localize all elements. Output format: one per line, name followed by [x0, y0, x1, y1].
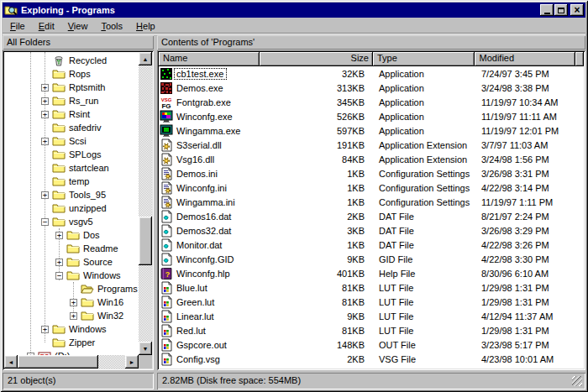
expand-plus-icon[interactable]: +	[41, 111, 49, 118]
tree-item-startclean[interactable]: startclean	[4, 161, 139, 175]
file-type: Application	[374, 126, 476, 136]
tree-horizontal-scrollbar[interactable]: ◄ ►	[4, 355, 139, 368]
tree-item-vsgv5[interactable]: −vsgv5	[4, 215, 139, 228]
close-button[interactable]: ×	[570, 4, 584, 16]
tree-item-label: Scsi	[69, 136, 87, 146]
tree-item-windows[interactable]: −Windows	[4, 269, 139, 282]
maximize-button[interactable]	[554, 4, 568, 16]
file-row-fontgrab-exe[interactable]: VSGFGFontgrab.exe345KBApplication11/19/9…	[159, 95, 584, 109]
tree-item-scsi[interactable]: +Scsi	[4, 134, 139, 148]
tree-item-windows[interactable]: +Windows	[4, 322, 139, 336]
file-row-s3serial-dll[interactable]: S3serial.dll191KBApplication Extension3/…	[159, 138, 584, 152]
tree-vertical-scrollbar[interactable]: ▲ ▼	[139, 52, 152, 355]
file-row-demos32-dat[interactable]: Demos32.dat3KBDAT File3/26/98 3:29 PM	[159, 223, 584, 238]
file-row-demos-ini[interactable]: Demos.ini1KBConfiguration Settings3/26/9…	[159, 166, 584, 180]
tree-item-win32[interactable]: +Win32	[4, 309, 139, 322]
file-row-config-vsg[interactable]: Config.vsg2KBVSG File4/23/98 10:01 AM	[159, 352, 584, 366]
menu-help[interactable]: Help	[129, 19, 162, 33]
tree-item-rsint[interactable]: +Rsint	[4, 107, 139, 121]
vertical-scroll-thumb[interactable]	[139, 217, 152, 265]
tree-item-safedriv[interactable]: safedriv	[4, 121, 139, 134]
tree-item-rptsmith[interactable]: +Rptsmith	[4, 81, 139, 94]
scroll-right-icon[interactable]: ►	[125, 355, 139, 368]
tree-item-unzipped[interactable]: unzipped	[4, 201, 139, 215]
vertical-scroll-track[interactable]	[139, 65, 152, 342]
file-row-wingamma-ini[interactable]: Wingamma.ini1KBConfiguration Settings11/…	[159, 195, 584, 209]
expand-plus-icon[interactable]: +	[41, 326, 49, 333]
tree-item-win16[interactable]: +Win16	[4, 295, 139, 309]
expand-plus-icon[interactable]: +	[70, 299, 77, 306]
tree-item-d[interactable]: +RS(D:)	[4, 349, 139, 355]
tree-item-temp[interactable]: temp	[4, 175, 139, 188]
file-row-green-lut[interactable]: Green.lut81KBLUT File1/29/98 1:31 PM	[159, 295, 584, 309]
file-row-cb1test-exe[interactable]: cb1test.exe32KBApplication7/24/97 3:45 P…	[159, 66, 584, 81]
expand-plus-icon[interactable]: +	[55, 232, 63, 239]
tree-item-splogs[interactable]: SPLogs	[4, 148, 139, 161]
file-row-winconfg-exe[interactable]: Winconfg.exe526KBApplication11/19/97 11:…	[159, 109, 584, 123]
file-name-cell: Monitor.dat	[159, 238, 260, 252]
minimize-button[interactable]	[540, 4, 554, 16]
collapse-minus-icon[interactable]: −	[41, 218, 49, 226]
expand-plus-icon[interactable]: +	[41, 84, 49, 91]
file-row-demos-exe[interactable]: Demos.exe313KBApplication3/24/98 3:38 PM	[159, 81, 584, 95]
file-type: Configuration Settings	[374, 169, 476, 179]
file-name-cell: Demos16.dat	[159, 210, 260, 223]
tree-item-rops[interactable]: Rops	[4, 67, 139, 81]
collapse-minus-icon[interactable]: −	[55, 272, 63, 280]
folder-closed-icon	[66, 269, 80, 282]
folder-closed-icon	[52, 215, 66, 228]
menu-edit[interactable]: Edit	[32, 19, 61, 33]
file-list-header: NameSizeTypeModified	[159, 52, 584, 66]
column-header-type[interactable]: Type	[373, 52, 475, 66]
file-row-winconfg-hlp[interactable]: ?Winconfg.hlp401KBHelp File8/30/96 6:10 …	[159, 266, 584, 280]
column-header-name[interactable]: Name	[159, 52, 260, 66]
file-modified: 3/24/98 3:38 PM	[476, 83, 584, 93]
tree-item-source[interactable]: +Source	[4, 255, 139, 269]
menu-tools[interactable]: Tools	[94, 19, 129, 33]
menu-view[interactable]: View	[61, 19, 95, 33]
tree-item-readme[interactable]: Readme	[4, 242, 139, 255]
resize-grip[interactable]	[572, 376, 582, 386]
column-header-size[interactable]: Size	[260, 52, 373, 66]
menu-file[interactable]: File	[3, 19, 32, 33]
tree-item-recycled[interactable]: Recycled	[4, 54, 139, 67]
folder-open-icon	[81, 282, 94, 295]
file-row-wingamma-exe[interactable]: Wingamma.exe597KBApplication11/19/97 12:…	[159, 123, 584, 138]
file-row-vsg16-dll[interactable]: Vsg16.dll84KBApplication Extension3/24/9…	[159, 152, 584, 166]
column-header-stub[interactable]	[575, 52, 584, 66]
file-row-demos16-dat[interactable]: Demos16.dat2KBDAT File8/21/97 2:24 PM	[159, 209, 584, 223]
horizontal-scroll-track[interactable]	[18, 355, 125, 368]
tree-item-zipper[interactable]: Zipper	[4, 336, 139, 349]
file-type: Configuration Settings	[374, 197, 476, 207]
file-row-winconfg-ini[interactable]: Winconfg.ini1KBConfiguration Settings4/2…	[159, 180, 584, 195]
titlebar[interactable]: Exploring - Programs ×	[3, 3, 585, 18]
tree-item-programs[interactable]: Programs	[4, 282, 139, 295]
file-row-blue-lut[interactable]: Blue.lut81KBLUT File1/29/98 1:31 PM	[159, 280, 584, 295]
expand-plus-icon[interactable]: +	[70, 312, 77, 320]
expand-plus-icon[interactable]: +	[41, 97, 49, 105]
file-row-gspcore-out[interactable]: Gspcore.out148KBOUT File3/23/98 5:17 PM	[159, 337, 584, 352]
file-name-cell: Winconfg.ini	[159, 181, 260, 195]
file-row-winconfg-gid[interactable]: Winconfg.GID9KBGID File4/22/98 3:30 PM	[159, 252, 584, 266]
tree-item-label: unzipped	[69, 203, 107, 213]
folder-tree: RecycledRops+Rptsmith+Rs_run+Rsintsafedr…	[4, 52, 139, 355]
file-row-red-lut[interactable]: Red.lut81KBLUT File1/29/98 1:31 PM	[159, 323, 584, 337]
monitor-green-icon	[160, 124, 173, 138]
contents-header: Contents of 'Programs'	[157, 35, 585, 50]
expand-plus-icon[interactable]: +	[41, 138, 49, 145]
horizontal-scroll-thumb[interactable]	[18, 355, 98, 368]
tree-item-tools-95[interactable]: +Tools_95	[4, 188, 139, 201]
scroll-left-icon[interactable]: ◄	[4, 355, 18, 368]
file-name-cell: Demos.exe	[159, 81, 260, 95]
tree-item-rs-run[interactable]: +Rs_run	[4, 94, 139, 107]
file-row-monitor-dat[interactable]: Monitor.dat1KBDAT File4/22/98 3:26 PM	[159, 238, 584, 252]
column-header-modified[interactable]: Modified	[475, 52, 575, 66]
scroll-up-icon[interactable]: ▲	[139, 52, 152, 65]
tree-item-dos[interactable]: +Dos	[4, 228, 139, 242]
expand-plus-icon[interactable]: +	[55, 259, 63, 266]
file-modified: 3/26/98 3:29 PM	[476, 226, 584, 236]
file-size: 313KB	[260, 83, 374, 93]
file-row-linear-lut[interactable]: Linear.lut9KBLUT File4/12/94 11:37 AM	[159, 309, 584, 323]
expand-plus-icon[interactable]: +	[41, 191, 49, 199]
scroll-down-icon[interactable]: ▼	[139, 342, 152, 355]
